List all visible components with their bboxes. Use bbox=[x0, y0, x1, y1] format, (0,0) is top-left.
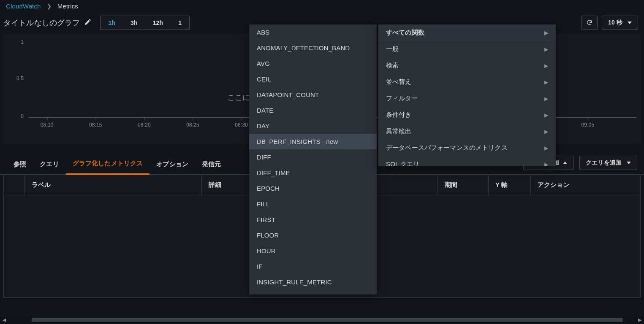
category-item-label: SQL クエリ bbox=[386, 160, 420, 166]
function-item-day[interactable]: DAY bbox=[249, 118, 377, 134]
function-item-abs[interactable]: ABS bbox=[249, 24, 377, 40]
refresh-button[interactable] bbox=[582, 16, 598, 30]
y-tick: 0.5 bbox=[14, 76, 24, 81]
function-category-menu: すべての関数▶一般▶検索▶並べ替え▶フィルター▶条件付き▶異常検出▶データベース… bbox=[378, 24, 556, 166]
chevron-up-icon bbox=[563, 162, 567, 164]
scroll-left-icon[interactable]: ◀ bbox=[0, 316, 8, 324]
function-item-datapoint-count[interactable]: DATAPOINT_COUNT bbox=[249, 87, 377, 103]
graph-title: タイトルなしのグラフ bbox=[3, 18, 80, 28]
function-item-ceil[interactable]: CEIL bbox=[249, 71, 377, 87]
scroll-right-icon[interactable]: ▶ bbox=[636, 316, 644, 324]
table-header-yaxis: Y 軸 bbox=[489, 175, 531, 195]
function-list-menu: ABSANOMALY_DETECTION_BANDAVGCEILDATAPOIN… bbox=[249, 24, 377, 294]
category-item-label: 条件付き bbox=[386, 111, 412, 119]
function-item-diff[interactable]: DIFF bbox=[249, 149, 377, 165]
time-range-1h[interactable]: 1h bbox=[101, 16, 123, 30]
chevron-right-icon: ▶ bbox=[544, 30, 548, 36]
function-item-anomaly-detection-band[interactable]: ANOMALY_DETECTION_BAND bbox=[249, 40, 377, 56]
function-item-floor[interactable]: FLOOR bbox=[249, 227, 377, 243]
x-tick: 08:15 bbox=[89, 122, 102, 128]
chevron-right-icon: ▶ bbox=[544, 46, 548, 52]
function-item-first[interactable]: FIRST bbox=[249, 212, 377, 227]
refresh-interval-dropdown[interactable]: 10 秒 bbox=[602, 16, 638, 30]
function-item-date[interactable]: DATE bbox=[249, 103, 377, 118]
chevron-right-icon: ▶ bbox=[544, 96, 548, 102]
chevron-right-icon: ▶ bbox=[544, 63, 548, 69]
tab-browse[interactable]: 参照 bbox=[7, 155, 33, 174]
category-item-label: 並べ替え bbox=[386, 78, 412, 86]
refresh-icon bbox=[586, 19, 593, 26]
x-tick: 09:05 bbox=[582, 122, 595, 128]
chevron-right-icon: ❯ bbox=[47, 3, 52, 9]
time-range-12h[interactable]: 12h bbox=[145, 16, 171, 30]
category-item-3[interactable]: 並べ替え▶ bbox=[378, 74, 556, 90]
chevron-right-icon: ▶ bbox=[544, 162, 548, 167]
tab-options[interactable]: オプション bbox=[149, 155, 195, 174]
category-item-label: 一般 bbox=[386, 45, 399, 53]
category-item-label: 検索 bbox=[386, 62, 399, 70]
category-item-label: すべての関数 bbox=[386, 29, 424, 37]
chevron-right-icon: ▶ bbox=[544, 112, 548, 118]
function-item-fill[interactable]: FILL bbox=[249, 196, 377, 212]
function-item-avg[interactable]: AVG bbox=[249, 56, 377, 71]
category-item-5[interactable]: 条件付き▶ bbox=[378, 107, 556, 123]
add-query-button[interactable]: クエリを追加 bbox=[579, 156, 637, 170]
breadcrumb: CloudWatch ❯ Metrics bbox=[0, 0, 644, 16]
table-header-action: アクション bbox=[531, 175, 640, 195]
x-tick: 08:25 bbox=[186, 122, 199, 128]
chevron-down-icon bbox=[628, 22, 632, 24]
tab-graphed-metrics[interactable]: グラフ化したメトリクス bbox=[66, 154, 150, 175]
table-header-label: ラベル bbox=[25, 175, 202, 195]
category-item-8[interactable]: SQL クエリ▶ bbox=[378, 156, 556, 166]
function-item-insight-rule-metric[interactable]: INSIGHT_RULE_METRIC bbox=[249, 274, 377, 290]
horizontal-scrollbar[interactable]: ◀ ▶ bbox=[0, 316, 644, 324]
category-item-1[interactable]: 一般▶ bbox=[378, 41, 556, 57]
category-item-6[interactable]: 異常検出▶ bbox=[378, 123, 556, 140]
category-item-label: データベースパフォーマンスのメトリクス bbox=[386, 144, 508, 152]
category-item-label: フィルター bbox=[386, 94, 418, 103]
scroll-thumb[interactable] bbox=[32, 318, 623, 322]
x-tick: 08:10 bbox=[41, 122, 54, 128]
chevron-down-icon bbox=[627, 162, 631, 164]
time-range-group: 1h 3h 12h 1 bbox=[100, 16, 190, 30]
edit-title-icon[interactable] bbox=[84, 18, 92, 28]
category-item-7[interactable]: データベースパフォーマンスのメトリクス▶ bbox=[378, 140, 556, 156]
add-query-label: クエリを追加 bbox=[586, 159, 622, 167]
refresh-interval-label: 10 秒 bbox=[608, 19, 622, 27]
chevron-right-icon: ▶ bbox=[544, 129, 548, 135]
x-tick: 08:20 bbox=[138, 122, 151, 128]
table-header-period: 期間 bbox=[438, 175, 489, 195]
time-range-more[interactable]: 1 bbox=[171, 16, 189, 30]
tab-source[interactable]: 発信元 bbox=[195, 155, 228, 174]
category-item-2[interactable]: 検索▶ bbox=[378, 57, 556, 74]
chevron-right-icon: ▶ bbox=[544, 79, 548, 85]
tab-query[interactable]: クエリ bbox=[33, 155, 65, 174]
function-item-epoch[interactable]: EPOCH bbox=[249, 181, 377, 196]
breadcrumb-current: Metrics bbox=[57, 3, 78, 10]
table-header-checkbox[interactable] bbox=[4, 175, 25, 195]
time-range-3h[interactable]: 3h bbox=[123, 16, 145, 30]
y-tick: 0 bbox=[14, 113, 24, 119]
category-item-0[interactable]: すべての関数▶ bbox=[378, 24, 556, 41]
function-item-if[interactable]: IF bbox=[249, 259, 377, 274]
function-item-db-perf-insights-new[interactable]: DB_PERF_INSIGHTS - new bbox=[249, 134, 377, 149]
function-item-diff-time[interactable]: DIFF_TIME bbox=[249, 165, 377, 181]
breadcrumb-root[interactable]: CloudWatch bbox=[6, 3, 41, 10]
y-tick: 1 bbox=[14, 39, 24, 45]
x-tick: 08:30 bbox=[235, 122, 248, 128]
category-item-4[interactable]: フィルター▶ bbox=[378, 90, 556, 107]
function-item-hour[interactable]: HOUR bbox=[249, 243, 377, 259]
category-item-label: 異常検出 bbox=[386, 127, 412, 135]
chevron-right-icon: ▶ bbox=[544, 145, 548, 151]
